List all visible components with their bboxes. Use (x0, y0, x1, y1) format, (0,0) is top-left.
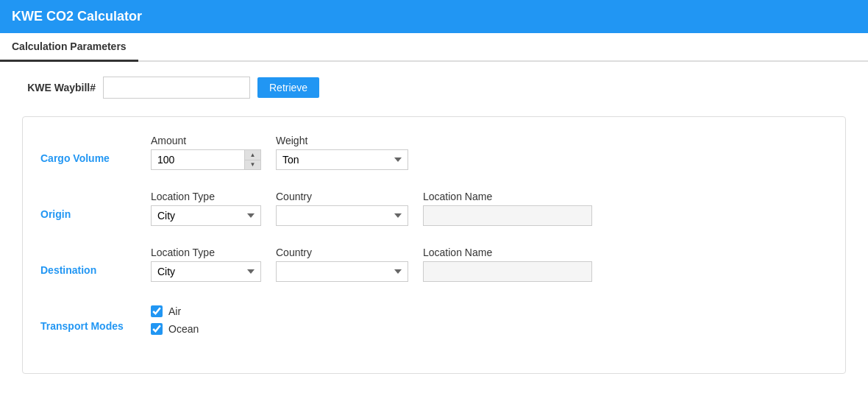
destination-location-type-select[interactable]: City Airport Port Address (151, 261, 261, 282)
waybill-row: KWE Waybill# Retrieve (15, 77, 853, 99)
transport-modes-checkboxes: Air Ocean (151, 302, 199, 335)
amount-decrement[interactable]: ▼ (244, 160, 260, 170)
origin-fields: Location Type City Airport Port Address … (151, 191, 592, 226)
app-header: KWE CO2 Calculator (0, 0, 868, 33)
origin-location-name-block: Location Name (423, 191, 592, 226)
tab-bar: Calculation Parameters (0, 33, 868, 62)
origin-country-block: Country (276, 191, 408, 226)
origin-location-type-label: Location Type (151, 191, 261, 202)
destination-fields: Location Type City Airport Port Address … (151, 247, 592, 282)
destination-location-name-block: Location Name (423, 247, 592, 282)
origin-section: Origin Location Type City Airport Port A… (40, 191, 828, 226)
origin-location-type-select[interactable]: City Airport Port Address (151, 205, 261, 226)
ocean-label: Ocean (168, 323, 199, 335)
destination-country-label: Country (276, 247, 408, 258)
amount-field-block: Amount ▲ ▼ (151, 135, 261, 170)
origin-label: Origin (40, 191, 151, 220)
amount-spinner: ▲ ▼ (244, 150, 260, 169)
origin-location-name-label: Location Name (423, 191, 592, 202)
destination-section: Destination Location Type City Airport P… (40, 247, 828, 282)
air-label: Air (168, 305, 181, 317)
tab-calculation-parameters[interactable]: Calculation Parameters (0, 33, 138, 62)
destination-country-select[interactable] (276, 261, 408, 282)
destination-location-name-input[interactable] (423, 261, 592, 282)
main-content: KWE Waybill# Retrieve Cargo Volume Amoun… (0, 62, 868, 393)
amount-label: Amount (151, 135, 261, 146)
amount-wrapper: ▲ ▼ (151, 149, 261, 170)
origin-location-name-input[interactable] (423, 205, 592, 226)
air-mode-item[interactable]: Air (151, 305, 199, 317)
retrieve-button[interactable]: Retrieve (257, 77, 319, 98)
destination-label: Destination (40, 247, 151, 276)
transport-modes-section: Transport Modes Air Ocean (40, 302, 828, 335)
app-title: KWE CO2 Calculator (12, 9, 142, 24)
waybill-label: KWE Waybill# (15, 82, 96, 93)
air-checkbox[interactable] (151, 305, 163, 317)
destination-location-name-label: Location Name (423, 247, 592, 258)
origin-country-label: Country (276, 191, 408, 202)
origin-country-select[interactable] (276, 205, 408, 226)
weight-field-block: Weight Ton Kg Lb (276, 135, 408, 170)
transport-modes-label: Transport Modes (40, 302, 151, 332)
weight-label: Weight (276, 135, 408, 146)
form-panel: Cargo Volume Amount ▲ ▼ Weight Ton (22, 116, 846, 374)
amount-increment[interactable]: ▲ (244, 150, 260, 160)
cargo-volume-label: Cargo Volume (40, 135, 151, 164)
ocean-mode-item[interactable]: Ocean (151, 323, 199, 335)
ocean-checkbox[interactable] (151, 323, 163, 335)
destination-country-block: Country (276, 247, 408, 282)
cargo-volume-fields: Amount ▲ ▼ Weight Ton Kg Lb (151, 135, 408, 170)
waybill-input[interactable] (103, 77, 250, 99)
origin-location-type-block: Location Type City Airport Port Address (151, 191, 261, 226)
destination-location-type-block: Location Type City Airport Port Address (151, 247, 261, 282)
cargo-volume-section: Cargo Volume Amount ▲ ▼ Weight Ton (40, 135, 828, 170)
weight-select[interactable]: Ton Kg Lb (276, 149, 408, 170)
destination-location-type-label: Location Type (151, 247, 261, 258)
